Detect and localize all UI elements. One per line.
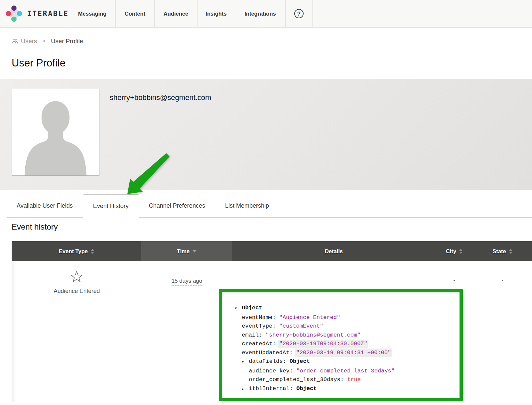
nav-item-insights[interactable]: Insights — [198, 0, 235, 27]
breadcrumb-users-label: Users — [21, 38, 37, 45]
brand-name: ITERABLE — [27, 10, 69, 18]
table-row: Audience Entered 15 days ago ▼Objecteven… — [12, 261, 532, 401]
event-details-json: ▼ObjecteventName: "Audience Entered"even… — [235, 304, 456, 394]
annotation-highlight-box: ▼ObjecteventName: "Audience Entered"even… — [219, 289, 463, 401]
json-value: true — [347, 376, 361, 383]
column-header-state[interactable]: State — [473, 241, 532, 261]
tab-available-user-fields[interactable]: Available User Fields — [7, 194, 83, 217]
iterable-logo-icon — [5, 4, 23, 23]
json-line: createdAt: "2020-03-19T09:04:30.000Z" — [235, 340, 456, 349]
section-heading: Event history — [12, 222, 532, 232]
breadcrumb-current: User Profile — [51, 38, 83, 45]
breadcrumb: Users > User Profile — [12, 36, 532, 46]
nav-item-audience[interactable]: Audience — [155, 0, 198, 27]
event-type-cell: Audience Entered — [12, 261, 142, 295]
main-nav: MessagingContentAudienceInsightsIntegrat… — [69, 0, 286, 27]
event-state: - — [473, 261, 532, 284]
event-history-table: Event TypeTimeDetailsCityState Audience … — [12, 241, 532, 402]
json-line: ▼Object — [235, 304, 456, 313]
json-value: "sherry+bobbins@segment.com" — [266, 332, 361, 338]
sort-desc-icon — [193, 250, 197, 253]
brand-logo[interactable]: ITERABLE — [0, 0, 69, 27]
profile-banner: sherry+bobbins@segment.com — [0, 79, 532, 190]
column-label: State — [492, 248, 506, 254]
json-line: audience_key: "order_completed_last_30da… — [235, 367, 456, 376]
column-label: Event Type — [59, 248, 88, 254]
column-header-time[interactable]: Time — [141, 241, 232, 261]
json-key: audience_key: — [249, 368, 296, 374]
json-line: eventName: "Audience Entered" — [235, 313, 456, 322]
sort-icon — [459, 249, 463, 254]
json-key: order_completed_last_30days: — [249, 376, 347, 383]
json-line: ▼dataFields: Object — [235, 357, 456, 367]
json-key: eventUpdatedAt: — [242, 350, 296, 356]
column-label: City — [446, 248, 456, 254]
event-type-label: Audience Entered — [12, 288, 142, 295]
json-key: eventName: — [242, 314, 279, 321]
sort-asc-icon — [91, 249, 94, 251]
tab-event-history[interactable]: Event History — [83, 194, 139, 218]
breadcrumb-users-link[interactable]: Users — [12, 38, 37, 45]
json-line: ▶itblInternal: Object — [235, 384, 456, 394]
json-value: "2020-03-19T09:04:30.000Z" — [279, 341, 367, 347]
json-value: "customEvent" — [279, 323, 324, 329]
sort-icon — [91, 249, 94, 254]
event-time[interactable]: 15 days ago — [172, 278, 202, 286]
json-value: "Audience Entered" — [279, 314, 340, 321]
top-nav: ITERABLE MessagingContentAudienceInsight… — [0, 0, 532, 28]
sort-desc-icon — [459, 252, 463, 254]
json-key: email: — [242, 332, 265, 338]
chevron-right-icon: > — [42, 38, 46, 45]
help-icon: ? — [294, 9, 304, 18]
json-line: eventUpdatedAt: "2020-03-19 09:04:31 +00… — [235, 349, 456, 357]
sort-asc-icon — [509, 249, 512, 251]
json-object-label: Object — [296, 385, 317, 392]
json-line: order_completed_last_30days: true — [235, 375, 456, 384]
sort-asc-icon — [459, 249, 463, 251]
user-profile-page: ITERABLE MessagingContentAudienceInsight… — [0, 0, 532, 405]
event-city: - — [436, 261, 473, 284]
help-button[interactable]: ? — [286, 0, 313, 27]
tab-channel-preferences[interactable]: Channel Preferences — [139, 194, 215, 217]
users-icon — [12, 38, 18, 44]
column-label: Time — [177, 248, 190, 254]
expand-triangle-icon[interactable]: ▼ — [242, 358, 249, 367]
column-label: Details — [325, 248, 343, 254]
json-value: "2020-03-19 09:04:31 +00:00" — [296, 350, 391, 356]
expand-triangle-icon[interactable]: ▼ — [235, 304, 242, 313]
json-key: dataFields: — [249, 358, 289, 364]
avatar — [12, 89, 99, 176]
json-line: email: "sherry+bobbins@segment.com" — [235, 331, 456, 340]
event-details-cell: ▼ObjecteventName: "Audience Entered"even… — [232, 261, 436, 401]
table-body: Audience Entered 15 days ago ▼Objecteven… — [12, 261, 532, 402]
tab-list-membership[interactable]: List Membership — [215, 194, 279, 217]
column-header-details: Details — [232, 241, 436, 261]
column-header-event-type[interactable]: Event Type — [12, 241, 141, 261]
json-object-label: Object — [290, 358, 310, 364]
event-time-cell: 15 days ago — [142, 261, 232, 286]
user-email: sherry+bobbins@segment.com — [110, 93, 211, 102]
json-object-label: Object — [242, 305, 262, 311]
help-glyph: ? — [297, 11, 301, 17]
json-key: eventType: — [242, 323, 279, 329]
sort-desc-icon — [509, 252, 512, 254]
profile-tabs: Available User FieldsEvent HistoryChanne… — [7, 194, 532, 218]
sort-desc-icon — [91, 252, 94, 254]
person-silhouette-icon — [20, 98, 91, 175]
nav-item-content[interactable]: Content — [116, 0, 155, 27]
json-value: "order_completed_last_30days" — [296, 368, 395, 374]
json-key: createdAt: — [242, 341, 279, 347]
sort-icon — [509, 249, 512, 254]
json-line: eventType: "customEvent" — [235, 322, 456, 331]
star-icon — [70, 271, 83, 282]
collapse-triangle-icon[interactable]: ▶ — [242, 385, 249, 394]
nav-item-messaging[interactable]: Messaging — [69, 0, 116, 27]
column-header-city[interactable]: City — [436, 241, 473, 261]
page-title: User Profile — [12, 56, 532, 70]
nav-item-integrations[interactable]: Integrations — [235, 0, 286, 27]
table-header-row: Event TypeTimeDetailsCityState — [12, 241, 532, 261]
json-key: itblInternal: — [249, 385, 296, 392]
